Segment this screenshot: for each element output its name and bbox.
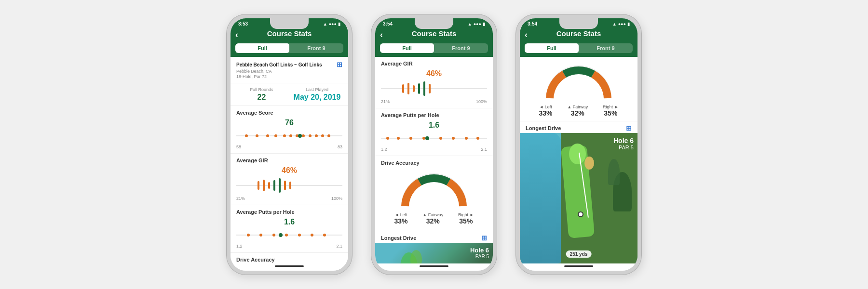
left-label-2: ◄ Left 33% [394,212,407,225]
yardage-badge-3: 251 yds [566,250,592,258]
fairway-arrow-3: ▲ [567,105,572,109]
gauge-svg-2 [400,172,468,209]
putts-dot-2 [465,137,468,140]
right-label-2: Right ► 35% [458,212,474,225]
putts-dot [247,234,250,236]
list-icon-2[interactable]: ⊞ [481,234,487,242]
time-2: 3:54 [383,21,393,26]
back-button-3[interactable]: ‹ [525,29,528,39]
gauge-labels-3: ◄ Left 33% ▲ Fairway 32% Right ► 35% [526,103,632,119]
phone-2: 3:54 ▲ ●●● ▮ ‹ Course Stats Full Front 9… [371,14,497,275]
drive-marker-3 [578,211,583,217]
wifi-icon-2: ▲ [468,22,472,26]
score-dot [315,134,318,137]
svg-point-1 [410,250,422,263]
full-rounds-value: 22 [236,93,287,102]
putts-dot [285,234,288,236]
gir-min: 21% [236,196,245,201]
header-title-2: Course Stats [412,29,457,38]
gir-bar-2 [407,83,409,94]
tabs-inner-3: Full Front 9 [525,43,633,53]
avg-gir-title: Average GIR [236,158,342,163]
left-arrow-3: ◄ [539,105,544,109]
right-pct-2: 35% [458,217,474,225]
drive-acc-title-2: Drive Accuracy [381,160,487,166]
gauge-labels-2: ◄ Left 33% ▲ Fairway 32% Right ► 35% [381,210,487,227]
status-bar-3: 3:54 ▲ ●●● ▮ [520,18,637,27]
signal-icon: ●●● [329,22,337,26]
tabs-inner-1: Full Front 9 [235,43,343,53]
signal-icon-2: ●●● [474,22,481,26]
right-arrow-3: ► [613,105,618,109]
full-rounds-cell: Full Rounds 22 [236,87,287,102]
tab-front9-1[interactable]: Front 9 [289,43,343,53]
putts-dot [323,234,326,236]
putts-dot [311,234,313,236]
big-map-3: Hole 6 PAR 5 251 yds [520,133,637,263]
gauge-svg-3 [545,65,612,101]
score-dot [327,134,330,137]
stats-row: Full Rounds 22 Last Played May 20, 2019 [231,83,348,106]
tab-front9-2[interactable]: Front 9 [434,43,488,53]
status-icons-3: ▲ ●●● ▮ [612,22,630,26]
status-bar-2: 3:54 ▲ ●●● ▮ [375,18,493,27]
fairway-label-2: ▲ Fairway 32% [422,212,443,225]
phone-3: 3:54 ▲ ●●● ▮ ‹ Course Stats Full Front 9 [516,14,641,275]
gir-bar-2 [423,81,425,96]
putts-current-dot [279,233,283,237]
battery-icon-3: ▮ [627,22,630,26]
course-name-text: Pebble Beach Golf Links ~ Golf Links [236,62,322,67]
putts-dot-2 [439,137,442,140]
score-dot [309,134,312,137]
app-header-2: ‹ Course Stats [375,27,493,41]
gir-plot-labels: 21% 100% [236,196,342,201]
gir-max-2: 100% [476,99,487,104]
putts-plot-2 [381,131,487,145]
drive-acc-section-1: Drive Accuracy [231,253,348,263]
score-dot [283,134,286,137]
course-name-row: Pebble Beach Golf Links ~ Golf Links ⊞ [236,61,342,68]
back-button-2[interactable]: ‹ [380,29,383,39]
hole-overlay-3: Hole 6 PAR 5 [613,137,634,150]
back-button-1[interactable]: ‹ [235,29,238,39]
left-text-3: Left [545,105,552,109]
avg-putts-section-2: Average Putts per Hole 1.6 1.2 2.1 [375,108,493,156]
home-indicator-2 [375,263,493,271]
home-bar-2 [420,265,448,267]
putts-current-2 [425,136,429,140]
left-pct-3: 33% [539,109,552,117]
wifi-icon: ▲ [323,22,327,26]
bunker-3 [584,157,594,170]
putts-dot-2 [397,137,400,140]
battery-icon: ▮ [338,22,340,26]
putts-dot [298,234,301,236]
putts-max: 2.1 [336,244,342,249]
avg-gir-value-2: 46% [381,69,487,78]
map-bg-3: Hole 6 PAR 5 251 yds [520,133,637,263]
battery-icon-2: ▮ [483,22,485,26]
gir-bar [289,182,291,189]
grid-icon[interactable]: ⊞ [337,61,342,68]
avg-putts-title-2: Average Putts per Hole [381,112,487,118]
full-rounds-label: Full Rounds [236,87,287,92]
phone-content-2: Average GIR 46% 21% 100% Avera [375,57,493,263]
tab-full-2[interactable]: Full [380,43,434,53]
tab-full-3[interactable]: Full [525,43,579,53]
avg-gir-section: Average GIR 46% 21% 100% [231,154,348,205]
gir-bar [284,181,286,190]
course-location: Pebble Beach, CA [236,69,342,74]
header-title-3: Course Stats [556,29,601,38]
gir-bar-2 [418,83,420,94]
putts-dot-2 [476,137,479,140]
list-icon-3[interactable]: ⊞ [626,124,632,132]
putts-max-2: 2.1 [481,147,487,152]
tab-full-1[interactable]: Full [235,43,289,53]
gir-plot-2 [381,80,487,97]
gir-plot [236,177,342,194]
tabs-bar-3: Full Front 9 [520,41,637,57]
putts-labels-2: 1.2 2.1 [381,147,487,152]
gauge-container-3 [526,61,632,103]
tab-front9-3[interactable]: Front 9 [579,43,633,53]
right-text-3: Right [603,105,613,109]
score-max: 83 [338,144,342,149]
